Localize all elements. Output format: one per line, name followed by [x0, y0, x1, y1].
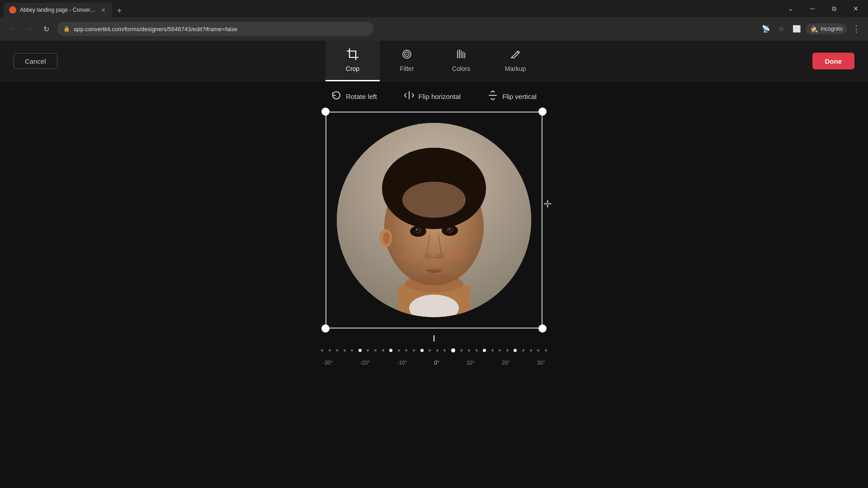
url-text: app.convertkit.com/forms/designers/56467… — [74, 26, 237, 33]
toolbar-tools: Crop Filter — [326, 41, 542, 81]
action-bar: Rotate left Flip horizontal Flip vertica… — [331, 90, 537, 103]
incognito-button[interactable]: 🕵 Incognito — [806, 23, 847, 34]
active-tab[interactable]: Abbey landing page - ConvertKit ✕ — [4, 3, 112, 17]
flip-horizontal-action[interactable]: Flip horizontal — [404, 90, 461, 103]
colors-icon — [455, 48, 467, 62]
crop-border — [326, 112, 542, 328]
rotate-left-icon — [331, 90, 341, 103]
address-bar: ← → ↻ 🔒 app.convertkit.com/forms/designe… — [0, 17, 868, 41]
forward-button[interactable]: → — [23, 23, 35, 35]
done-button[interactable]: Done — [812, 52, 855, 69]
cancel-button[interactable]: Cancel — [14, 53, 57, 69]
rotate-left-label: Rotate left — [346, 93, 377, 100]
flip-vertical-label: Flip vertical — [502, 93, 537, 100]
address-bar-icons: 📡 ☆ ⬜ 🕵 Incognito ⋮ — [760, 23, 863, 35]
ruler-label-20: 20° — [502, 360, 510, 366]
crop-icon — [346, 48, 359, 62]
filter-icon — [401, 48, 413, 62]
flip-vertical-action[interactable]: Flip vertical — [488, 90, 537, 103]
crop-tool[interactable]: Crop — [326, 41, 380, 81]
chrome-menu-button[interactable]: ⋮ — [850, 23, 863, 35]
tab-bar: Abbey landing page - ConvertKit ✕ + ⌄ ─ … — [0, 0, 868, 17]
maximize-button[interactable]: ⧉ — [824, 1, 844, 16]
cast-icon[interactable]: 📡 — [760, 23, 772, 35]
crop-handle-top-left[interactable] — [321, 108, 330, 116]
rotation-ruler[interactable]: -30° -20° -10° 0° 10° 20° 30° — [321, 335, 547, 366]
markup-tool[interactable]: Markup — [488, 41, 542, 81]
bookmark-icon[interactable]: ☆ — [775, 23, 788, 35]
top-toolbar: Cancel Crop — [0, 41, 868, 81]
crop-handle-bottom-left[interactable] — [321, 324, 330, 333]
app-content: Cancel Crop — [0, 41, 868, 488]
ruler-label-30: 30° — [537, 360, 545, 366]
close-button[interactable]: ✕ — [845, 1, 866, 16]
browser-chrome: Abbey landing page - ConvertKit ✕ + ⌄ ─ … — [0, 0, 868, 41]
ruler-label-0: 0° — [434, 360, 439, 366]
crop-handle-top-right[interactable] — [538, 108, 547, 116]
flip-horizontal-icon — [404, 90, 414, 103]
tab-search-button[interactable]: ⌄ — [780, 1, 801, 16]
ruler-label-minus20: -20° — [360, 360, 370, 366]
new-tab-button[interactable]: + — [113, 5, 126, 17]
flip-horizontal-label: Flip horizontal — [419, 93, 461, 100]
ruler-label-minus10: -10° — [397, 360, 407, 366]
ruler-labels: -30° -20° -10° 0° 10° 20° 30° — [321, 360, 547, 366]
rotate-left-action[interactable]: Rotate left — [331, 90, 377, 103]
extensions-icon[interactable]: ⬜ — [790, 23, 803, 35]
svg-point-2 — [406, 54, 408, 55]
markup-icon — [509, 48, 522, 62]
main-area: Rotate left Flip horizontal Flip vertica… — [0, 81, 868, 488]
tab-close-button[interactable]: ✕ — [99, 6, 107, 14]
ruler-dots — [321, 348, 547, 352]
ruler-label-minus30: -30° — [323, 360, 333, 366]
window-controls: ⌄ ─ ⧉ ✕ — [780, 0, 868, 17]
move-cursor-indicator: ✛ — [543, 198, 552, 210]
markup-label: Markup — [505, 65, 526, 72]
reload-button[interactable]: ↻ — [40, 23, 52, 35]
ruler-label-10: 10° — [467, 360, 475, 366]
lock-icon: 🔒 — [63, 26, 70, 32]
colors-tool[interactable]: Colors — [434, 41, 488, 81]
filter-label: Filter — [400, 65, 414, 72]
crop-container[interactable]: ✛ — [326, 112, 542, 328]
filter-tool[interactable]: Filter — [380, 41, 434, 81]
ruler-track[interactable] — [321, 343, 547, 357]
minimize-button[interactable]: ─ — [802, 1, 823, 16]
tab-title: Abbey landing page - ConvertKit — [20, 7, 96, 13]
flip-vertical-icon — [488, 90, 498, 103]
colors-label: Colors — [452, 65, 470, 72]
crop-label: Crop — [346, 65, 359, 72]
url-bar[interactable]: 🔒 app.convertkit.com/forms/designers/564… — [57, 22, 373, 36]
incognito-label: Incognito — [821, 26, 843, 32]
crop-handle-bottom-right[interactable] — [538, 324, 547, 333]
tab-favicon — [9, 6, 16, 14]
back-button[interactable]: ← — [5, 23, 18, 35]
